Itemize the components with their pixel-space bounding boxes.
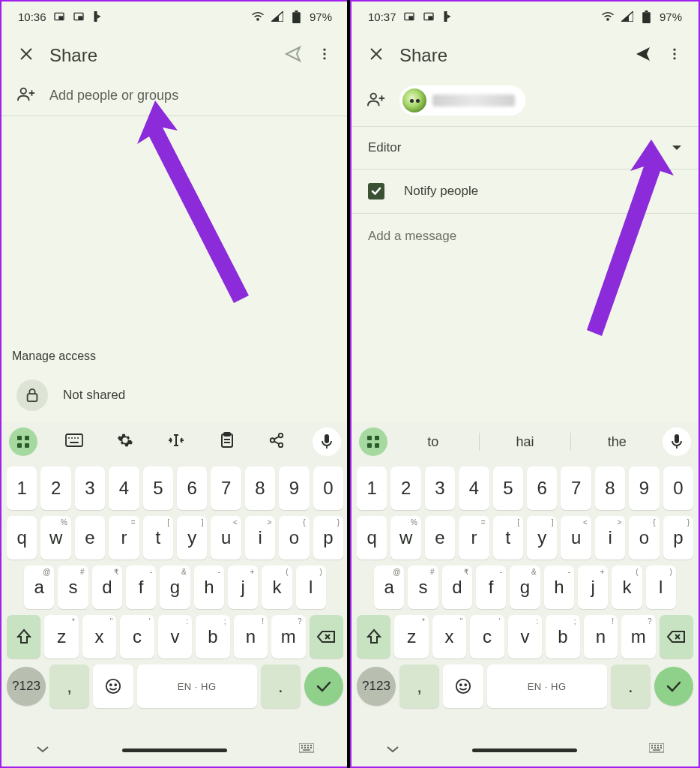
key-b[interactable]: b; bbox=[546, 615, 579, 658]
kbd-mic-button[interactable] bbox=[663, 428, 691, 456]
key-z[interactable]: z* bbox=[44, 615, 78, 658]
key-b[interactable]: b; bbox=[196, 615, 229, 658]
key-4[interactable]: 4 bbox=[459, 466, 489, 510]
key-v[interactable]: v: bbox=[158, 615, 192, 658]
nav-handle[interactable] bbox=[122, 748, 227, 752]
kbd-share-icon[interactable] bbox=[262, 426, 291, 458]
key-2[interactable]: 2 bbox=[40, 466, 70, 510]
person-chip[interactable] bbox=[399, 86, 525, 116]
key-f[interactable]: f- bbox=[476, 566, 506, 609]
key-0[interactable]: 0 bbox=[663, 466, 693, 510]
close-button[interactable] bbox=[10, 38, 42, 73]
kbd-mic-button[interactable] bbox=[313, 428, 341, 456]
nav-kbd-icon[interactable] bbox=[299, 743, 314, 757]
key-w[interactable]: w% bbox=[40, 516, 70, 560]
key-n[interactable]: n! bbox=[234, 615, 268, 658]
key-h[interactable]: h- bbox=[544, 566, 574, 609]
key-3[interactable]: 3 bbox=[425, 466, 455, 510]
nav-handle[interactable] bbox=[472, 748, 577, 752]
key-period[interactable]: . bbox=[261, 664, 301, 708]
key-l[interactable]: l) bbox=[296, 566, 326, 609]
key-8[interactable]: 8 bbox=[595, 466, 625, 510]
key-symbols[interactable]: ?123 bbox=[357, 667, 396, 706]
key-z[interactable]: z* bbox=[394, 615, 428, 658]
key-u[interactable]: u< bbox=[561, 516, 591, 560]
nav-down-icon[interactable] bbox=[386, 743, 399, 757]
key-p[interactable]: p} bbox=[663, 516, 693, 560]
key-comma[interactable]: , bbox=[49, 664, 89, 708]
nav-down-icon[interactable] bbox=[36, 743, 49, 757]
key-9[interactable]: 9 bbox=[629, 466, 659, 510]
key-d[interactable]: d₹ bbox=[92, 566, 122, 609]
key-1[interactable]: 1 bbox=[357, 466, 387, 510]
key-4[interactable]: 4 bbox=[109, 466, 139, 510]
key-j[interactable]: j+ bbox=[578, 566, 608, 609]
key-shift[interactable] bbox=[7, 615, 40, 658]
kbd-keyboard-icon[interactable] bbox=[59, 428, 89, 456]
key-6[interactable]: 6 bbox=[527, 466, 557, 510]
message-input[interactable]: Add a message bbox=[351, 214, 699, 259]
share-status-row[interactable]: Not shared bbox=[1, 369, 349, 422]
key-m[interactable]: m? bbox=[621, 615, 655, 658]
suggestion-3[interactable]: the bbox=[571, 428, 663, 456]
key-d[interactable]: d₹ bbox=[442, 566, 472, 609]
key-t[interactable]: t[ bbox=[143, 516, 173, 560]
kbd-menu-button[interactable] bbox=[359, 428, 387, 456]
key-c[interactable]: c' bbox=[120, 615, 154, 658]
key-enter[interactable] bbox=[304, 667, 343, 706]
key-a[interactable]: a@ bbox=[24, 566, 54, 609]
send-button[interactable] bbox=[277, 38, 310, 74]
key-8[interactable]: 8 bbox=[245, 466, 275, 510]
key-emoji[interactable] bbox=[443, 664, 483, 708]
key-y[interactable]: y] bbox=[527, 516, 557, 560]
kbd-clipboard-icon[interactable] bbox=[214, 426, 241, 458]
key-h[interactable]: h- bbox=[194, 566, 224, 609]
nav-kbd-icon[interactable] bbox=[649, 743, 664, 757]
key-6[interactable]: 6 bbox=[177, 466, 207, 510]
suggestion-2[interactable]: hai bbox=[480, 428, 571, 456]
key-period[interactable]: . bbox=[611, 664, 651, 708]
key-i[interactable]: i> bbox=[595, 516, 625, 560]
kbd-settings-icon[interactable] bbox=[111, 426, 139, 458]
send-button[interactable] bbox=[627, 38, 660, 74]
key-s[interactable]: s# bbox=[408, 566, 438, 609]
key-x[interactable]: x" bbox=[432, 615, 466, 658]
key-1[interactable]: 1 bbox=[7, 466, 37, 510]
key-2[interactable]: 2 bbox=[390, 466, 420, 510]
key-g[interactable]: g& bbox=[510, 566, 540, 609]
kbd-menu-button[interactable] bbox=[9, 428, 37, 456]
key-9[interactable]: 9 bbox=[279, 466, 309, 510]
key-enter[interactable] bbox=[654, 667, 693, 706]
key-c[interactable]: c' bbox=[470, 615, 504, 658]
key-f[interactable]: f- bbox=[126, 566, 156, 609]
key-o[interactable]: o{ bbox=[629, 516, 659, 560]
key-a[interactable]: a@ bbox=[374, 566, 404, 609]
key-e[interactable]: e bbox=[425, 516, 455, 560]
key-5[interactable]: 5 bbox=[143, 466, 173, 510]
key-r[interactable]: r= bbox=[459, 516, 489, 560]
key-i[interactable]: i> bbox=[245, 516, 275, 560]
key-7[interactable]: 7 bbox=[211, 466, 241, 510]
key-x[interactable]: x" bbox=[82, 615, 116, 658]
notify-checkbox[interactable] bbox=[368, 183, 384, 200]
key-shift[interactable] bbox=[357, 615, 390, 658]
key-backspace[interactable] bbox=[310, 615, 343, 658]
key-r[interactable]: r= bbox=[109, 516, 139, 560]
key-y[interactable]: y] bbox=[177, 516, 207, 560]
key-n[interactable]: n! bbox=[584, 615, 618, 658]
key-j[interactable]: j+ bbox=[228, 566, 258, 609]
key-v[interactable]: v: bbox=[508, 615, 542, 658]
people-input[interactable] bbox=[49, 88, 334, 104]
kbd-textselect-icon[interactable] bbox=[161, 427, 191, 457]
key-k[interactable]: k( bbox=[262, 566, 292, 609]
role-dropdown[interactable]: Editor bbox=[351, 127, 699, 170]
overflow-button[interactable] bbox=[310, 39, 340, 72]
suggestion-1[interactable]: to bbox=[387, 428, 479, 456]
key-o[interactable]: o{ bbox=[279, 516, 309, 560]
key-s[interactable]: s# bbox=[58, 566, 88, 609]
key-w[interactable]: w% bbox=[390, 516, 420, 560]
key-k[interactable]: k( bbox=[612, 566, 642, 609]
key-backspace[interactable] bbox=[660, 615, 693, 658]
key-p[interactable]: p} bbox=[313, 516, 343, 560]
key-0[interactable]: 0 bbox=[313, 466, 343, 510]
